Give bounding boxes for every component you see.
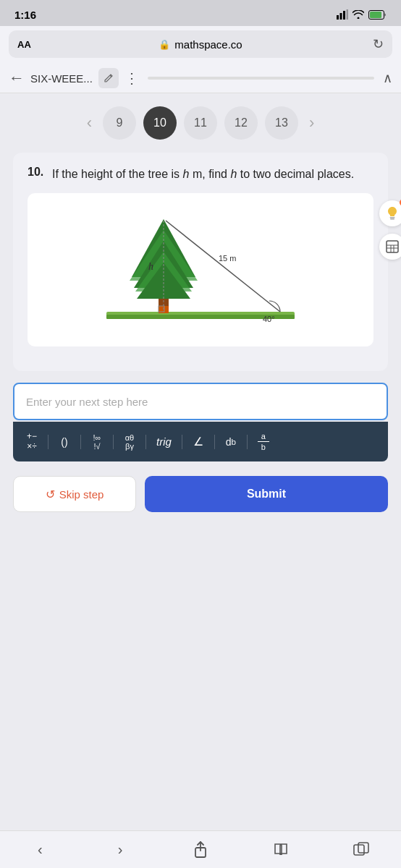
toolbar-divider-7 (247, 435, 248, 449)
battery-icon (368, 10, 387, 20)
svg-rect-1 (340, 13, 342, 20)
svg-text:h: h (148, 261, 153, 272)
svg-rect-23 (387, 241, 398, 252)
skip-label: Skip step (59, 488, 104, 501)
question-number: 10. (28, 166, 45, 179)
infinity-sqrt-button[interactable]: !∞ !√ (85, 429, 109, 455)
bottom-actions: ↺ Skip step Submit (13, 476, 388, 512)
toolbar-divider-5 (182, 435, 182, 449)
nav-title: SIX-WEEE... (30, 72, 93, 85)
input-area: +− ×÷ () !∞ !√ αθ βγ trig ∠ db a (13, 383, 388, 461)
tabs-icon (353, 842, 369, 858)
plus-minus-button[interactable]: +− ×÷ (20, 427, 43, 455)
trig-button[interactable]: trig (151, 431, 177, 452)
tree-illustration: h 15 m 40° (106, 205, 295, 335)
side-icons (379, 200, 401, 260)
back-arrow-icon: ‹ (38, 841, 43, 858)
share-icon (193, 841, 208, 859)
svg-rect-29 (354, 845, 364, 855)
collapse-button[interactable]: ∧ (383, 70, 392, 86)
question-9-button[interactable]: 9 (103, 106, 136, 140)
hint-button[interactable] (379, 200, 401, 226)
question-header: 10. If the height of the tree is h m, fi… (28, 166, 373, 183)
math-toolbar: +− ×÷ () !∞ !√ αθ βγ trig ∠ db a (13, 422, 388, 461)
svg-rect-3 (347, 9, 349, 20)
step-input[interactable] (13, 383, 388, 420)
progress-bar (148, 77, 374, 80)
share-button[interactable] (185, 834, 216, 866)
forward-arrow-icon: › (118, 841, 123, 858)
question-nav: ‹ 9 10 11 12 13 › (0, 93, 401, 153)
main-content: ‹ 9 10 11 12 13 › 10. If the height of t… (0, 93, 401, 830)
question-12-button[interactable]: 12 (224, 106, 258, 140)
browser-aa-button[interactable]: AA (17, 39, 31, 50)
question-10-button[interactable]: 10 (143, 106, 177, 140)
status-time: 1:16 (14, 9, 36, 21)
browser-forward-button[interactable]: › (104, 834, 136, 866)
lock-icon: 🔒 (159, 39, 170, 50)
status-icons (337, 9, 387, 20)
submit-label: Submit (247, 488, 286, 500)
browser-chrome: AA 🔒 mathspace.co ↻ (0, 26, 401, 64)
more-options-button[interactable]: ⋮ (124, 69, 139, 87)
svg-rect-0 (337, 15, 339, 20)
question-card: 10. If the height of the tree is h m, fi… (13, 153, 388, 371)
svg-text:40°: 40° (263, 315, 275, 323)
reload-button[interactable]: ↻ (373, 36, 384, 52)
svg-text:15 m: 15 m (219, 254, 236, 263)
parentheses-button[interactable]: () (53, 432, 76, 452)
question-11-button[interactable]: 11 (184, 106, 217, 140)
notes-button[interactable] (379, 234, 401, 260)
toolbar-divider-1 (48, 435, 48, 449)
prev-question-button[interactable]: ‹ (83, 114, 96, 132)
skip-icon: ↺ (46, 488, 55, 501)
svg-rect-21 (390, 217, 395, 218)
exponent-button[interactable]: db (219, 432, 242, 452)
wifi-icon (353, 10, 364, 19)
question-13-button[interactable]: 13 (265, 106, 298, 140)
browser-url[interactable]: mathspace.co (174, 38, 242, 51)
nav-bar: ← SIX-WEEE... ⋮ ∧ (0, 64, 401, 93)
skip-step-button[interactable]: ↺ Skip step (13, 476, 136, 512)
tabs-button[interactable] (345, 834, 377, 866)
toolbar-divider-4 (145, 435, 146, 449)
book-icon (273, 842, 289, 858)
svg-rect-2 (343, 11, 345, 20)
browser-back-button[interactable]: ‹ (24, 834, 56, 866)
submit-button[interactable]: Submit (145, 476, 388, 512)
question-image: h 15 m 40° (28, 193, 373, 346)
angle-button[interactable]: ∠ (187, 430, 210, 453)
greek-letters-button[interactable]: αθ βγ (118, 429, 141, 455)
nav-back-button[interactable]: ← (9, 69, 25, 88)
svg-rect-30 (358, 843, 368, 853)
status-bar: 1:16 (0, 0, 401, 26)
fraction-button[interactable]: a b (252, 427, 275, 456)
toolbar-divider-3 (113, 435, 114, 449)
browser-bar[interactable]: AA 🔒 mathspace.co ↻ (9, 30, 392, 58)
signal-icon (337, 9, 348, 20)
svg-rect-22 (390, 218, 394, 220)
svg-rect-5 (370, 12, 381, 18)
toolbar-divider-6 (214, 435, 215, 449)
toolbar-divider-2 (80, 435, 81, 449)
question-text: If the height of the tree is h m, find h… (52, 166, 354, 183)
book-button[interactable] (265, 834, 297, 866)
edit-icon[interactable] (98, 68, 119, 88)
bottom-nav: ‹ › (0, 830, 401, 868)
next-question-button[interactable]: › (305, 114, 318, 132)
